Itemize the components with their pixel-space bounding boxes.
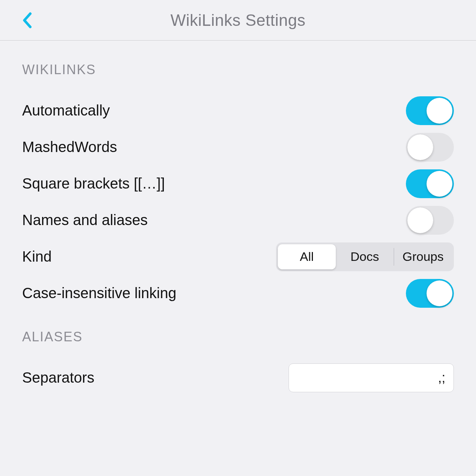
seg-kind-all[interactable]: All (278, 244, 336, 269)
toggle-mashedwords[interactable] (406, 133, 454, 162)
row-names-aliases: Names and aliases (22, 202, 454, 238)
seg-kind-docs[interactable]: Docs (336, 244, 394, 269)
toggle-square-brackets[interactable] (406, 169, 454, 198)
row-automatically: Automatically (22, 92, 454, 129)
toggle-case-insensitive[interactable] (406, 279, 454, 308)
row-case-insensitive: Case-insensitive linking (22, 275, 454, 311)
toggle-names-aliases[interactable] (406, 206, 454, 235)
row-square-brackets: Square brackets [[…]] (22, 165, 454, 202)
label-square-brackets: Square brackets [[…]] (22, 175, 165, 192)
label-kind: Kind (22, 248, 52, 265)
chevron-left-icon (22, 12, 32, 28)
section-header-aliases: ALIASES (22, 329, 454, 345)
label-case-insensitive: Case-insensitive linking (22, 285, 176, 301)
row-kind: Kind All Docs Groups (22, 238, 454, 275)
row-mashedwords: MashedWords (22, 129, 454, 165)
seg-kind-groups[interactable]: Groups (394, 244, 452, 269)
header-bar: WikiLinks Settings (0, 0, 476, 41)
label-automatically: Automatically (22, 102, 110, 119)
label-names-aliases: Names and aliases (22, 212, 148, 228)
toggle-automatically[interactable] (406, 96, 454, 125)
input-separators[interactable] (289, 363, 454, 392)
row-separators: Separators (22, 359, 454, 396)
label-mashedwords: MashedWords (22, 139, 117, 155)
label-separators: Separators (22, 369, 94, 386)
page-title: WikiLinks Settings (170, 11, 306, 30)
back-button[interactable] (22, 12, 32, 28)
segmented-kind[interactable]: All Docs Groups (276, 242, 454, 271)
section-header-wikilinks: WIKILINKS (22, 62, 454, 77)
